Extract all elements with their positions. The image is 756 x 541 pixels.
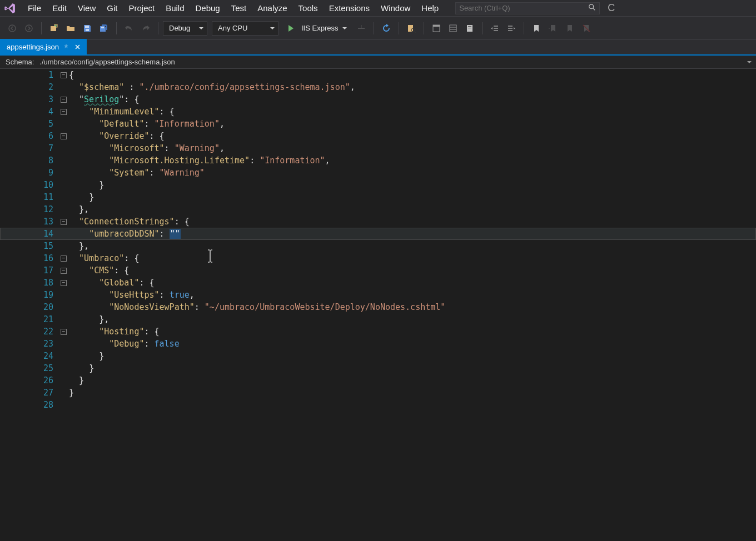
browser-refresh-button[interactable]: [379, 21, 394, 36]
code-text[interactable]: "Umbraco": {: [67, 253, 756, 263]
code-line[interactable]: 2· "$schema" : "./umbraco/config/appsett…: [0, 81, 756, 93]
outdent-button[interactable]: [487, 21, 503, 36]
fold-toggle[interactable]: −: [58, 133, 67, 139]
code-text[interactable]: }: [67, 192, 756, 202]
code-line[interactable]: 21· },: [0, 313, 756, 325]
bookmark-button[interactable]: [529, 21, 544, 36]
code-line[interactable]: 28·: [0, 399, 756, 411]
code-text[interactable]: "Microsoft.Hosting.Lifetime": "Informati…: [67, 156, 756, 166]
notifications-icon[interactable]: C: [608, 2, 615, 14]
code-line[interactable]: 9· "System": "Warning": [0, 167, 756, 179]
code-line[interactable]: 23· "Debug": false: [0, 338, 756, 350]
fold-toggle[interactable]: −: [58, 268, 67, 274]
code-text[interactable]: },: [67, 314, 756, 324]
code-line[interactable]: 24· }: [0, 350, 756, 362]
start-debugging-button[interactable]: IIS Express: [283, 21, 352, 36]
nav-forward-button[interactable]: [21, 21, 37, 36]
menu-analyze[interactable]: Analyze: [252, 1, 292, 15]
save-button[interactable]: [79, 21, 95, 36]
undo-button[interactable]: [121, 21, 137, 36]
code-line[interactable]: 7· "Microsoft": "Warning",: [0, 142, 756, 154]
code-line[interactable]: 19· "UseHttps": true,: [0, 289, 756, 301]
code-line[interactable]: 1−{: [0, 69, 756, 81]
code-line[interactable]: 3− "Serilog": {: [0, 93, 756, 106]
menu-help[interactable]: Help: [416, 1, 444, 15]
code-text[interactable]: "NoNodesViewPath": "~/umbraco/UmbracoWeb…: [67, 302, 756, 312]
code-text[interactable]: "Serilog": {: [67, 94, 756, 104]
code-text[interactable]: {: [67, 70, 756, 80]
code-line[interactable]: 8· "Microsoft.Hosting.Lifetime": "Inform…: [0, 154, 756, 167]
code-text[interactable]: "$schema" : "./umbraco/config/appsetting…: [67, 82, 756, 92]
code-line[interactable]: 22− "Hosting": {: [0, 325, 756, 338]
quick-launch-search[interactable]: [455, 2, 600, 14]
code-text[interactable]: "Microsoft": "Warning",: [67, 143, 756, 153]
open-file-button[interactable]: [63, 21, 78, 36]
code-line[interactable]: 20· "NoNodesViewPath": "~/umbraco/Umbrac…: [0, 301, 756, 313]
fold-toggle[interactable]: −: [58, 329, 67, 335]
find-in-files-button[interactable]: [404, 21, 419, 36]
menu-test[interactable]: Test: [226, 1, 252, 15]
nav-back-button[interactable]: [4, 21, 20, 36]
menu-window[interactable]: Window: [375, 1, 416, 15]
code-line[interactable]: 11· }: [0, 191, 756, 203]
code-line[interactable]: 4− "MinimumLevel": {: [0, 106, 756, 118]
fold-toggle[interactable]: −: [58, 219, 67, 225]
code-line[interactable]: 16− "Umbraco": {: [0, 252, 756, 264]
fold-toggle[interactable]: −: [58, 109, 67, 115]
new-project-button[interactable]: [46, 21, 62, 36]
menu-view[interactable]: View: [72, 1, 101, 15]
redo-button[interactable]: [138, 21, 153, 36]
indent-button[interactable]: [504, 21, 519, 36]
code-text[interactable]: "umbracoDbDSN": "": [67, 229, 756, 239]
code-text[interactable]: "Override": {: [67, 131, 756, 141]
menu-tools[interactable]: Tools: [293, 1, 324, 15]
code-line[interactable]: 6− "Override": {: [0, 130, 756, 142]
code-text[interactable]: "UseHttps": true,: [67, 290, 756, 300]
code-text[interactable]: }: [67, 351, 756, 361]
step-into-button[interactable]: [354, 21, 369, 36]
code-text[interactable]: "Debug": false: [67, 339, 756, 349]
code-text[interactable]: "Hosting": {: [67, 327, 756, 337]
team-explorer-button[interactable]: [462, 21, 478, 36]
code-text[interactable]: "Default": "Information",: [67, 119, 756, 129]
code-text[interactable]: }: [67, 375, 756, 385]
prev-bookmark-button[interactable]: [545, 21, 561, 36]
code-line[interactable]: 26· }: [0, 374, 756, 387]
code-line[interactable]: 18− "Global": {: [0, 277, 756, 289]
code-text[interactable]: "Global": {: [67, 278, 756, 288]
save-all-button[interactable]: [96, 21, 112, 36]
solution-explorer-button[interactable]: [429, 21, 444, 36]
next-bookmark-button[interactable]: [562, 21, 578, 36]
pin-icon[interactable]: [63, 43, 69, 50]
code-text[interactable]: "System": "Warning": [67, 168, 756, 178]
code-line[interactable]: 13− "ConnectionStrings": {: [0, 216, 756, 228]
code-text[interactable]: },: [67, 241, 756, 251]
code-text[interactable]: "ConnectionStrings": {: [67, 217, 756, 227]
solution-config-dropdown[interactable]: Debug: [163, 21, 207, 36]
menu-build[interactable]: Build: [160, 1, 190, 15]
code-editor[interactable]: 1−{2· "$schema" : "./umbraco/config/apps…: [0, 69, 756, 541]
code-text[interactable]: "MinimumLevel": {: [67, 107, 756, 117]
code-line[interactable]: 12· },: [0, 203, 756, 216]
menu-git[interactable]: Git: [101, 1, 123, 15]
code-line[interactable]: 25· }: [0, 362, 756, 374]
code-text[interactable]: }: [67, 363, 756, 373]
code-line[interactable]: 10· }: [0, 179, 756, 191]
code-text[interactable]: }: [67, 388, 756, 398]
menu-debug[interactable]: Debug: [190, 1, 226, 15]
menu-project[interactable]: Project: [123, 1, 160, 15]
close-tab-button[interactable]: [73, 42, 82, 51]
menu-file[interactable]: File: [22, 1, 47, 15]
document-tab-appsettings[interactable]: appsettings.json: [0, 39, 87, 54]
code-text[interactable]: }: [67, 180, 756, 190]
fold-toggle[interactable]: −: [58, 72, 67, 78]
fold-toggle[interactable]: −: [58, 280, 67, 286]
code-text[interactable]: "CMS": {: [67, 266, 756, 275]
code-line[interactable]: 15· },: [0, 240, 756, 252]
code-line[interactable]: 17− "CMS": {: [0, 264, 756, 277]
menu-edit[interactable]: Edit: [47, 1, 72, 15]
fold-toggle[interactable]: −: [58, 256, 67, 262]
properties-window-button[interactable]: [445, 21, 461, 36]
clear-bookmarks-button[interactable]: [579, 21, 594, 36]
code-text[interactable]: },: [67, 204, 756, 214]
